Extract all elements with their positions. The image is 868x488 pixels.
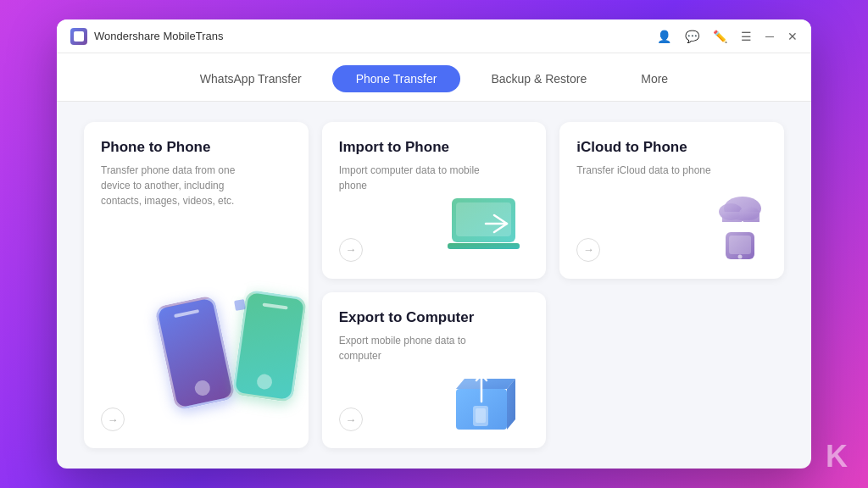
nav-tabs: WhatsApp Transfer Phone Transfer Backup …: [57, 53, 811, 102]
card-phone-to-phone[interactable]: Phone to Phone Transfer phone data from …: [84, 122, 309, 448]
title-bar-controls: 👤 💬 ✏️ ☰ ─ ✕: [657, 30, 798, 43]
card-title-phone-to-phone: Phone to Phone: [101, 139, 292, 156]
card-title-icloud: iCloud to Phone: [576, 139, 767, 156]
card-desc-phone-to-phone: Transfer phone data from one device to a…: [101, 163, 245, 208]
edit-icon[interactable]: ✏️: [713, 30, 727, 43]
profile-icon[interactable]: 👤: [657, 30, 671, 43]
tab-more[interactable]: More: [617, 65, 692, 92]
card-import-to-phone[interactable]: Import to Phone Import computer data to …: [322, 122, 547, 279]
svg-rect-18: [476, 408, 486, 423]
app-title: Wondershare MobileTrans: [94, 30, 223, 42]
app-window: Wondershare MobileTrans 👤 💬 ✏️ ☰ ─ ✕ Wha…: [57, 19, 811, 469]
icloud-svg: [690, 190, 771, 262]
card-arrow-icloud[interactable]: →: [576, 238, 600, 262]
card-desc-icloud: Transfer iCloud data to phone: [576, 163, 721, 178]
watermark: K: [826, 439, 848, 474]
tab-phone[interactable]: Phone Transfer: [332, 65, 461, 92]
chat-icon[interactable]: 💬: [685, 30, 699, 43]
svg-rect-7: [722, 212, 760, 222]
import-illustration: [448, 194, 532, 265]
svg-rect-10: [729, 236, 751, 254]
minimize-icon[interactable]: ─: [765, 30, 774, 43]
main-content: Phone to Phone Transfer phone data from …: [57, 102, 811, 469]
card-arrow-export[interactable]: →: [339, 408, 363, 431]
card-desc-export: Export mobile phone data to computer: [339, 333, 483, 363]
menu-icon[interactable]: ☰: [741, 30, 752, 43]
app-icon-inner: [74, 31, 84, 42]
export-illustration: [439, 363, 532, 435]
phone-back-shape: [153, 295, 235, 411]
svg-point-11: [737, 254, 742, 258]
card-arrow-phone-to-phone[interactable]: →: [101, 408, 125, 431]
card-icloud-to-phone[interactable]: iCloud to Phone Transfer iCloud data to …: [559, 122, 784, 279]
tab-backup[interactable]: Backup & Restore: [467, 65, 610, 92]
title-bar: Wondershare MobileTrans 👤 💬 ✏️ ☰ ─ ✕: [57, 19, 811, 53]
import-svg: [448, 194, 532, 262]
card-export-to-computer[interactable]: Export to Computer Export mobile phone d…: [322, 292, 547, 449]
svg-rect-2: [448, 243, 520, 249]
icloud-illustration: [690, 190, 771, 265]
card-title-import: Import to Phone: [339, 139, 530, 156]
close-icon[interactable]: ✕: [787, 30, 798, 43]
phone-to-phone-illustration: [164, 279, 300, 406]
title-bar-left: Wondershare MobileTrans: [70, 28, 657, 45]
tab-whatsapp[interactable]: WhatsApp Transfer: [176, 65, 326, 92]
app-icon: [70, 28, 87, 45]
card-title-export: Export to Computer: [339, 309, 530, 326]
card-arrow-import[interactable]: →: [339, 238, 363, 262]
svg-rect-1: [456, 202, 511, 236]
card-desc-import: Import computer data to mobile phone: [339, 163, 483, 193]
export-svg: [439, 363, 532, 431]
